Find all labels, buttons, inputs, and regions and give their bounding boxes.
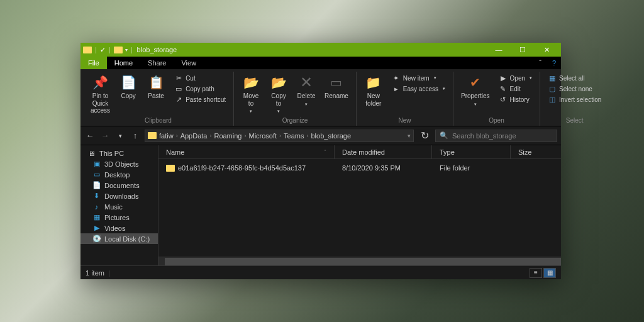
breadcrumb-item[interactable]: AppData› [180,132,212,140]
edit-icon: ✎ [499,84,508,93]
column-header-date[interactable]: Date modified [335,145,432,158]
ribbon-tabs: File Home Share View ˆ ? [80,57,561,69]
ribbon: 📌Pin to Quick access 📄Copy 📋Paste ✂Cut ▭… [80,69,561,126]
ribbon-group-clipboard: 📌Pin to Quick access 📄Copy 📋Paste ✂Cut ▭… [83,72,234,126]
chevron-right-icon: › [279,133,281,139]
easy-access-button[interactable]: ▸Easy access▾ [388,84,449,94]
check-icon[interactable]: ✓ [100,46,106,54]
explorer-window: | ✓ | ▾ | blob_storage — ☐ ✕ File Home S… [80,43,561,279]
breadcrumb-item[interactable]: Microsoft› [248,132,281,140]
paste-button[interactable]: 📋Paste [143,72,169,100]
horizontal-scrollbar[interactable] [158,257,561,265]
sidebar-item-local-disk[interactable]: 💽Local Disk (C:) [80,233,158,244]
cell-date: 8/10/2020 9:35 PM [335,164,432,172]
cut-button[interactable]: ✂Cut [170,73,230,83]
column-header-type[interactable]: Type [432,145,511,158]
pictures-icon: ▦ [92,213,101,221]
column-headers: Name˄ Date modified Type Size [158,145,561,159]
folder-icon[interactable] [114,47,123,53]
select-all-button[interactable]: ▦Select all [544,73,605,83]
breadcrumb-item[interactable]: fatiw› [159,132,178,140]
new-folder-button[interactable]: 📁New folder [360,72,387,107]
sidebar-item-desktop[interactable]: ▭Desktop [80,169,158,180]
invert-selection-button[interactable]: ◫Invert selection [544,94,605,104]
help-button[interactable]: ? [547,57,561,69]
breadcrumb-item[interactable]: blob_storage [311,132,352,140]
sidebar-item-videos[interactable]: ▶Videos [80,223,158,233]
dropdown-icon[interactable]: ▾ [125,47,128,53]
table-row[interactable]: e01a61f9-b247-4658-95fc-b4d54d5ac137 8/1… [158,162,561,174]
easy-access-icon: ▸ [392,84,401,93]
music-icon: ♪ [92,203,101,211]
rename-icon: ▭ [328,74,345,91]
sidebar-item-pictures[interactable]: ▦Pictures [80,212,158,223]
search-icon: 🔍 [440,131,448,140]
desktop-icon: ▭ [92,170,101,179]
sidebar-item-this-pc[interactable]: 🖥This PC [80,148,158,158]
breadcrumb-item[interactable]: Teams› [284,132,308,140]
select-all-icon: ▦ [548,74,557,82]
copy-button[interactable]: 📄Copy [115,72,142,100]
recent-locations-button[interactable]: ▾ [114,130,126,142]
sort-indicator-icon: ˄ [324,149,326,155]
forward-button[interactable]: → [99,130,111,142]
details-view-button[interactable]: ≡ [530,268,542,278]
pin-to-quick-access-button[interactable]: 📌Pin to Quick access [87,72,114,114]
status-bar: 1 item | ≡ ▦ [80,265,561,279]
maximize-button[interactable]: ☐ [511,43,535,57]
sidebar-item-documents[interactable]: 📄Documents [80,180,158,191]
copy-icon: 📄 [120,74,136,91]
back-button[interactable]: ← [84,130,96,142]
tab-file[interactable]: File [80,57,107,69]
properties-icon: ✔ [467,74,484,91]
videos-icon: ▶ [92,224,101,232]
sidebar-item-3d-objects[interactable]: ▣3D Objects [80,158,158,169]
document-icon: 📄 [92,181,101,189]
new-item-icon: ✦ [392,74,401,82]
select-none-button[interactable]: ▢Select none [544,84,605,94]
close-button[interactable]: ✕ [535,43,558,57]
pc-icon: 🖥 [87,149,96,157]
new-item-button[interactable]: ✦New item▾ [388,73,449,83]
breadcrumb-item[interactable]: Roaming› [214,132,246,140]
tab-home[interactable]: Home [107,57,140,69]
refresh-button[interactable]: ↻ [418,130,431,142]
move-to-button[interactable]: 📂Move to▾ [238,72,264,114]
history-icon: ↺ [499,95,508,104]
open-button[interactable]: ▶Open▾ [495,73,536,83]
ribbon-group-select: ▦Select all ▢Select none ◫Invert selecti… [540,72,609,126]
chevron-right-icon: › [244,133,246,139]
history-button[interactable]: ↺History [495,94,536,104]
edit-button[interactable]: ✎Edit [495,84,536,94]
folder-icon [166,165,175,172]
scissors-icon: ✂ [174,74,183,82]
rename-button[interactable]: ▭Rename [321,72,352,100]
copy-to-button[interactable]: 📂Copy to▾ [265,72,292,114]
breadcrumbs[interactable]: fatiw› AppData› Roaming› Microsoft› Team… [145,130,414,142]
body: 🖥This PC ▣3D Objects ▭Desktop 📄Documents… [80,145,561,265]
delete-button[interactable]: ✕Delete▾ [293,72,319,107]
up-button[interactable]: ↑ [130,130,141,142]
search-input[interactable]: 🔍 Search blob_storage [435,130,557,142]
chevron-down-icon[interactable]: ▾ [408,133,411,139]
column-header-size[interactable]: Size [511,145,561,158]
navigation-pane[interactable]: 🖥This PC ▣3D Objects ▭Desktop 📄Documents… [80,145,158,265]
tab-share[interactable]: Share [140,57,174,69]
copy-path-button[interactable]: ▭Copy path [170,84,230,94]
collapse-ribbon-button[interactable]: ˆ [533,57,547,69]
column-header-name[interactable]: Name˄ [158,145,335,158]
copyto-icon: 📂 [270,74,287,91]
open-icon: ▶ [499,74,508,82]
sidebar-item-music[interactable]: ♪Music [80,201,158,212]
paste-icon: 📋 [148,74,164,91]
tab-view[interactable]: View [174,57,204,69]
large-icons-view-button[interactable]: ▦ [543,268,556,278]
minimize-button[interactable]: — [487,43,511,57]
ribbon-group-new: 📁New folder ✦New item▾ ▸Easy access▾ New [357,72,453,126]
folder-icon [148,132,157,139]
scrollbar-thumb[interactable] [165,258,561,265]
properties-button[interactable]: ✔Properties▾ [457,72,494,107]
sidebar-item-downloads[interactable]: ⬇Downloads [80,191,158,201]
chevron-right-icon: › [307,133,309,139]
paste-shortcut-button[interactable]: ↗Paste shortcut [170,94,230,104]
